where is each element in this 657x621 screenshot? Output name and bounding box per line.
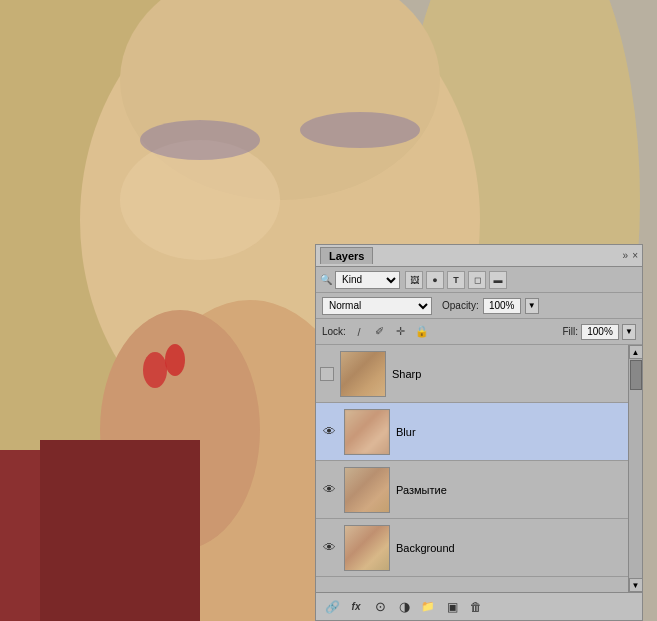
search-icon: 🔍 <box>320 274 332 285</box>
layers-list[interactable]: Sharp 👁 Blur 👁 Размытие 👁 <box>316 345 628 592</box>
layer-visibility-razmytie[interactable]: 👁 <box>318 482 340 497</box>
svg-point-8 <box>140 120 260 160</box>
lock-pixels-icon[interactable]: / <box>350 323 368 341</box>
svg-point-10 <box>143 352 167 388</box>
fill-input[interactable] <box>581 324 619 340</box>
panel-controls-right: » × <box>623 250 638 261</box>
layer-thumb-blur <box>344 409 390 455</box>
layer-razmytie[interactable]: 👁 Размытие <box>316 461 628 519</box>
panel-tabs: Layers <box>320 247 373 264</box>
opacity-dropdown-arrow[interactable]: ▼ <box>525 298 539 314</box>
link-layers-icon[interactable]: 🔗 <box>322 597 342 617</box>
scroll-track <box>629 359 643 578</box>
close-icon[interactable]: × <box>632 250 638 261</box>
filter-kind-select[interactable]: Kind <box>335 271 400 289</box>
scroll-up-btn[interactable]: ▲ <box>629 345 643 359</box>
bottom-icons-left: 🔗 fx ⊙ ◑ 📁 ▣ 🗑 <box>322 597 486 617</box>
layer-visibility-blur[interactable]: 👁 <box>318 424 340 439</box>
filter-image-icon[interactable]: 🖼 <box>405 271 423 289</box>
lock-position-icon[interactable]: ✛ <box>392 323 410 341</box>
filter-shape-icon[interactable]: ◻ <box>468 271 486 289</box>
svg-point-9 <box>300 112 420 148</box>
filter-adjustment-icon[interactable]: ● <box>426 271 444 289</box>
opacity-label: Opacity: <box>442 300 479 311</box>
panel-titlebar: Layers » × <box>316 245 642 267</box>
layer-name-sharp: Sharp <box>390 368 626 380</box>
layer-thumb-bg <box>344 525 390 571</box>
layers-scrollbar[interactable]: ▲ ▼ <box>628 345 642 592</box>
scroll-down-btn[interactable]: ▼ <box>629 578 643 592</box>
fx-icon[interactable]: fx <box>346 597 366 617</box>
lock-image-pixels-icon[interactable]: ✐ <box>371 323 389 341</box>
svg-point-11 <box>165 344 185 376</box>
layers-container: Sharp 👁 Blur 👁 Размытие 👁 <box>316 345 642 592</box>
layer-visibility-checkbox[interactable] <box>320 367 334 381</box>
layer-blur[interactable]: 👁 Blur <box>316 403 628 461</box>
lock-row: Lock: / ✐ ✛ 🔒 Fill: ▼ <box>316 319 642 345</box>
scroll-thumb[interactable] <box>630 360 642 390</box>
new-layer-icon[interactable]: ▣ <box>442 597 462 617</box>
lock-all-icon[interactable]: 🔒 <box>413 323 431 341</box>
layer-visibility-bg[interactable]: 👁 <box>318 540 340 555</box>
new-group-icon[interactable]: 📁 <box>418 597 438 617</box>
layer-name-bg: Background <box>394 542 626 554</box>
layers-tab[interactable]: Layers <box>320 247 373 264</box>
add-mask-icon[interactable]: ⊙ <box>370 597 390 617</box>
filter-row: 🔍 Kind 🖼 ● T ◻ ▬ <box>316 267 642 293</box>
fill-section: Fill: ▼ <box>562 324 636 340</box>
layer-name-razmytie: Размытие <box>394 484 626 496</box>
layer-thumb-razmytie <box>344 467 390 513</box>
filter-type-icon[interactable]: T <box>447 271 465 289</box>
filter-icons: 🖼 ● T ◻ ▬ <box>405 271 507 289</box>
panel-bottom-toolbar: 🔗 fx ⊙ ◑ 📁 ▣ 🗑 <box>316 592 642 620</box>
layers-panel: Layers » × 🔍 Kind 🖼 ● T ◻ ▬ Normal Disso… <box>315 244 643 621</box>
blend-mode-select[interactable]: Normal Dissolve Multiply <box>322 297 432 315</box>
lock-label: Lock: <box>322 326 346 337</box>
new-fill-adj-icon[interactable]: ◑ <box>394 597 414 617</box>
filter-smart-icon[interactable]: ▬ <box>489 271 507 289</box>
layer-name-blur: Blur <box>394 426 626 438</box>
layer-sharp[interactable]: Sharp <box>316 345 628 403</box>
blend-row: Normal Dissolve Multiply Opacity: ▼ <box>316 293 642 319</box>
lock-icons: / ✐ ✛ 🔒 <box>350 323 431 341</box>
fill-dropdown-arrow[interactable]: ▼ <box>622 324 636 340</box>
double-arrow-icon[interactable]: » <box>623 250 629 261</box>
opacity-input[interactable] <box>483 298 521 314</box>
delete-layer-icon[interactable]: 🗑 <box>466 597 486 617</box>
fill-label: Fill: <box>562 326 578 337</box>
svg-rect-13 <box>40 440 200 621</box>
layer-background[interactable]: 👁 Background <box>316 519 628 577</box>
layer-thumb-sharp <box>340 351 386 397</box>
